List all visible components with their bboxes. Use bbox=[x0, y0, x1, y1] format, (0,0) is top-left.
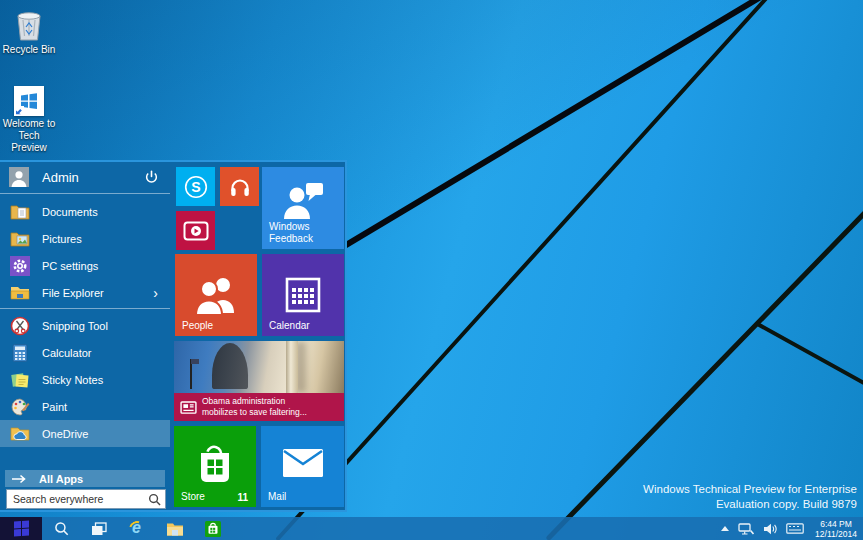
menu-item-snipping-tool[interactable]: Snipping Tool bbox=[0, 312, 170, 339]
desktop-icon-recycle-bin[interactable]: Recycle Bin bbox=[0, 8, 58, 56]
scissors-icon bbox=[10, 316, 30, 336]
tile-mail[interactable]: Mail bbox=[261, 426, 344, 507]
pictures-folder-icon bbox=[10, 229, 30, 249]
menu-item-label: Pictures bbox=[42, 233, 82, 245]
desktop: Recycle Bin Welcome to Tech Preview Wind… bbox=[0, 0, 863, 540]
tile-label: Mail bbox=[268, 491, 286, 503]
flag bbox=[190, 359, 192, 389]
news-banner: Obama administration mobilizes to save f… bbox=[174, 393, 344, 421]
windows-logo-icon bbox=[14, 520, 29, 536]
taskbar: e bbox=[0, 517, 863, 540]
tile-audio[interactable] bbox=[220, 167, 259, 206]
volume-button[interactable] bbox=[763, 523, 777, 535]
sticky-notes-icon bbox=[10, 370, 30, 390]
menu-item-sticky-notes[interactable]: Sticky Notes bbox=[0, 366, 170, 393]
menu-item-pc-settings[interactable]: PC settings bbox=[0, 252, 170, 279]
news-headline-line1: Obama administration bbox=[202, 396, 339, 407]
menu-item-label: Documents bbox=[42, 206, 98, 218]
watermark-line2: Evaluation copy. Build 9879 bbox=[643, 497, 857, 512]
internet-explorer-button[interactable]: e bbox=[118, 517, 156, 540]
network-status-button[interactable] bbox=[738, 523, 754, 535]
store-badge-count: 11 bbox=[237, 492, 248, 503]
svg-text:S: S bbox=[191, 178, 200, 194]
tile-calendar[interactable]: Calendar bbox=[262, 254, 344, 336]
clock-date: 12/11/2014 bbox=[815, 529, 857, 539]
taskbar-clock[interactable]: 6:44 PM 12/11/2014 bbox=[815, 519, 857, 539]
right-arrow-icon bbox=[11, 474, 27, 484]
keyboard-icon bbox=[786, 523, 804, 534]
menu-item-label: Calculator bbox=[42, 347, 92, 359]
capitol-dome bbox=[212, 343, 248, 389]
windows-flag-icon bbox=[14, 86, 44, 116]
tray-expand-button[interactable] bbox=[721, 526, 729, 531]
wallpaper-diagonal-line bbox=[275, 0, 771, 540]
menu-item-label: OneDrive bbox=[42, 428, 88, 440]
evaluation-watermark: Windows Technical Preview for Enterprise… bbox=[643, 482, 857, 512]
file-explorer-button[interactable] bbox=[156, 517, 194, 540]
avatar bbox=[9, 167, 29, 187]
calculator-icon bbox=[10, 343, 30, 363]
menu-item-calculator[interactable]: Calculator bbox=[0, 339, 170, 366]
folder-icon bbox=[10, 283, 30, 303]
menu-item-label: Paint bbox=[42, 401, 67, 413]
menu-item-label: File Explorer bbox=[42, 287, 104, 299]
chevron-up-icon bbox=[721, 526, 729, 531]
taskbar-search-button[interactable] bbox=[42, 517, 80, 540]
menu-item-file-explorer[interactable]: File Explorer › bbox=[0, 279, 170, 306]
shortcut-arrow-icon bbox=[14, 106, 24, 116]
onedrive-cloud-folder-icon bbox=[10, 424, 30, 444]
menu-item-label: PC settings bbox=[42, 260, 98, 272]
touch-keyboard-button[interactable] bbox=[786, 523, 804, 534]
store-icon bbox=[205, 521, 221, 537]
search-box bbox=[6, 489, 166, 509]
menu-item-pictures[interactable]: Pictures bbox=[0, 225, 170, 252]
wallpaper-diagonal-line bbox=[756, 322, 863, 391]
menu-item-documents[interactable]: Documents bbox=[0, 198, 170, 225]
tile-label: Store bbox=[181, 491, 205, 503]
tile-label: People bbox=[182, 320, 213, 332]
tile-label: Windows Feedback bbox=[269, 221, 339, 245]
menu-item-paint[interactable]: Paint bbox=[0, 393, 170, 420]
news-headline-line2: mobilizes to save faltering... bbox=[202, 407, 339, 418]
all-apps-button[interactable]: All Apps bbox=[5, 470, 165, 487]
power-icon bbox=[144, 170, 159, 185]
divider bbox=[0, 193, 170, 194]
start-button[interactable] bbox=[0, 517, 42, 540]
folder-icon bbox=[166, 522, 184, 536]
headphones-icon bbox=[220, 167, 259, 206]
newspaper-icon bbox=[180, 400, 197, 418]
news-photo bbox=[174, 341, 344, 393]
tile-people[interactable]: People bbox=[175, 254, 257, 336]
divider bbox=[0, 308, 170, 309]
watermark-line1: Windows Technical Preview for Enterprise bbox=[643, 482, 857, 497]
tile-store[interactable]: Store 11 bbox=[174, 426, 256, 507]
skype-icon: S bbox=[176, 167, 215, 206]
building-column bbox=[286, 341, 298, 393]
tile-news[interactable]: Obama administration mobilizes to save f… bbox=[174, 341, 344, 421]
tile-skype[interactable]: S bbox=[176, 167, 215, 206]
desktop-icon-welcome-to-tech-preview[interactable]: Welcome to Tech Preview bbox=[0, 86, 58, 154]
power-button[interactable] bbox=[138, 164, 164, 190]
menu-item-label: Snipping Tool bbox=[42, 320, 108, 332]
search-input[interactable] bbox=[11, 493, 148, 505]
network-icon bbox=[738, 523, 754, 535]
system-tray bbox=[721, 523, 804, 535]
documents-folder-icon bbox=[10, 202, 30, 222]
internet-explorer-icon: e bbox=[128, 520, 146, 538]
task-view-icon bbox=[91, 522, 107, 536]
menu-item-label: Sticky Notes bbox=[42, 374, 103, 386]
clock-time: 6:44 PM bbox=[815, 519, 857, 529]
tile-windows-feedback[interactable]: Windows Feedback bbox=[262, 167, 344, 249]
recycle-bin-icon bbox=[0, 8, 58, 42]
tile-video[interactable] bbox=[176, 211, 215, 250]
gear-icon bbox=[10, 256, 30, 276]
search-icon bbox=[54, 521, 69, 536]
menu-item-onedrive[interactable]: OneDrive bbox=[0, 420, 170, 447]
start-menu: Admin Documents bbox=[0, 160, 347, 512]
user-account-button[interactable]: Admin bbox=[0, 162, 170, 192]
all-apps-label: All Apps bbox=[39, 473, 83, 485]
task-view-button[interactable] bbox=[80, 517, 118, 540]
store-button[interactable] bbox=[194, 517, 232, 540]
palette-icon bbox=[10, 397, 30, 417]
speaker-icon bbox=[763, 523, 777, 535]
